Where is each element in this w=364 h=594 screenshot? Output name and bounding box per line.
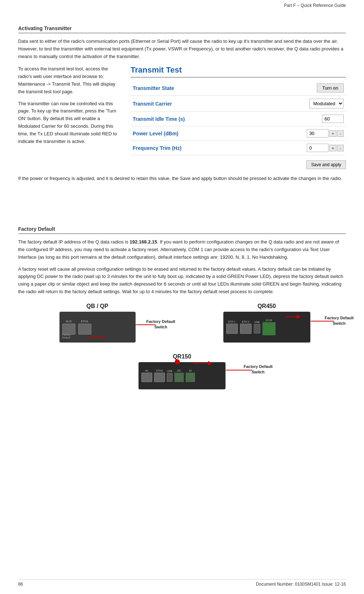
qr150-device-box: H1 ETH2 USB	[138, 362, 226, 389]
qr150-usb-group: USB	[167, 370, 173, 382]
power-level-decrement[interactable]: -	[337, 130, 344, 137]
factory-paragraph2: A factory reset will cause all previous …	[18, 266, 346, 296]
qb-eth1-group: ETH1	[78, 320, 91, 335]
qr450-device-box: ETH 1 ETH 2 USB	[223, 312, 310, 343]
device-col-qb: QB / QP AUX ETH1 Factor	[18, 303, 177, 343]
qb-aux-label: AUX	[66, 320, 71, 323]
section-factory-default: Factory Default	[18, 226, 346, 234]
qr150-h1-group: H1	[141, 369, 152, 382]
page-number: 86	[18, 582, 23, 587]
device-row-bottom: QR150 H1 ETH2 USB	[18, 353, 346, 389]
section-activating-transmitter: Activating Transmitter	[18, 25, 346, 33]
qr150-callout-arrow	[226, 367, 254, 373]
transmit-section: To access the transmit test tool, access…	[18, 65, 346, 169]
label-power-level: Power Level (dBm)	[131, 126, 249, 141]
qr150-dc-group: DC	[174, 369, 184, 382]
device-col-qr150: QR150 H1 ETH2 USB	[18, 353, 346, 389]
qb-eth1-port	[78, 324, 91, 335]
control-power-level: + -	[249, 126, 346, 141]
qb-device-box: AUX ETH1 FactoryDefault	[59, 312, 136, 343]
transmit-right-panel: Transmit Test Transmitter State Turn on …	[131, 65, 346, 169]
qr150-arrow-svg	[193, 360, 215, 366]
qb-factory-text: FactoryDefault	[62, 333, 71, 340]
qb-callout-arrow	[136, 322, 157, 328]
qr150-eth2-port	[154, 373, 165, 382]
label-frequency-trim: Frequency Trim (Hz)	[131, 141, 249, 155]
qb-eth1-label: ETH1	[81, 320, 88, 323]
device-title-qr450: QR450	[257, 303, 276, 310]
document-number: Document Number: 0100SM1401 Issue: 12-16	[256, 582, 346, 587]
qr450-terminal	[262, 322, 276, 335]
transmit-carrier-select[interactable]: Modulated	[309, 99, 344, 108]
qr150-io-group: IO	[186, 369, 195, 382]
page-footer: 86 Document Number: 0100SM1401 Issue: 12…	[18, 579, 346, 587]
qr450-arrow-svg	[285, 313, 303, 320]
table-row-transmit-carrier: Transmit Carrier Modulated	[131, 96, 346, 112]
qr150-eth2-group: ETH2	[154, 369, 165, 382]
frequency-trim-input[interactable]	[307, 144, 328, 152]
device-title-qr150: QR150	[173, 353, 191, 360]
header-title: Part F – Quick Reference Guide	[284, 3, 346, 8]
control-idle-time	[249, 112, 346, 126]
after-transmit-text: If the power or frequency is adjusted, a…	[18, 175, 346, 183]
label-transmit-carrier: Transmit Carrier	[131, 96, 249, 112]
qb-aux-group: AUX	[62, 320, 75, 335]
left-text-1: To access the transmit test tool, access…	[18, 65, 120, 95]
qr150-h1-port	[141, 373, 152, 382]
factory-paragraph1: The factory default IP address of the Q …	[18, 238, 346, 261]
qr150-usb-port	[167, 373, 173, 382]
save-apply-button[interactable]: Save and apply	[306, 160, 346, 169]
qr150-dc-port	[174, 373, 184, 382]
power-level-increment[interactable]: +	[329, 130, 336, 137]
device-row-top: QB / QP AUX ETH1 Factor	[18, 303, 346, 343]
table-row-power-level: Power Level (dBm) + -	[131, 126, 346, 141]
table-row-frequency-trim: Frequency Trim (Hz) + -	[131, 141, 346, 155]
frequency-trim-decrement[interactable]: -	[337, 145, 344, 151]
label-idle-time: Transmit Idle Time (s)	[131, 112, 249, 126]
transmit-test-table: Transmitter State Turn on Transmit Carri…	[131, 81, 346, 155]
qr450-eth1-port	[226, 324, 238, 334]
transmit-left-text: To access the transmit test tool, access…	[18, 65, 120, 169]
table-row-transmitter-state: Transmitter State Turn on	[131, 81, 346, 96]
frequency-trim-stepper: + -	[307, 144, 344, 152]
device-col-qr450: QR450 ETH 1 ETH 2 U	[187, 303, 346, 343]
qr450-callout-arrow	[310, 318, 336, 324]
idle-time-input[interactable]	[322, 115, 344, 123]
qr450-usb-port	[254, 324, 260, 333]
qb-aux-port	[62, 324, 75, 335]
device-diagrams: QB / QP AUX ETH1 Factor	[18, 303, 346, 389]
device-title-qb: QB / QP	[86, 303, 108, 310]
qb-arrow-svg	[87, 334, 108, 340]
qr150-indicator	[175, 359, 180, 364]
control-transmitter-state: Turn on	[249, 81, 346, 96]
qr450-eth2-port	[240, 324, 252, 334]
factory-default-section: Factory Default The factory default IP a…	[18, 226, 346, 389]
qr450-eth1-group: ETH 1	[226, 320, 238, 334]
intro-paragraph: Data sent to either of the radio's commu…	[18, 38, 346, 60]
transmit-test-title: Transmit Test	[131, 65, 346, 78]
qr450-terminal-group: 12-24	[262, 319, 276, 335]
control-frequency-trim: + -	[249, 141, 346, 155]
table-row-idle-time: Transmit Idle Time (s)	[131, 112, 346, 126]
power-level-input[interactable]	[307, 129, 328, 138]
factory-ip: 192.168.2.15	[130, 239, 157, 245]
qr450-usb-group: USB	[254, 321, 260, 333]
frequency-trim-increment[interactable]: +	[329, 145, 336, 151]
left-text-2: The transmitter can now be controlled vi…	[18, 100, 120, 146]
qr150-io-port	[186, 373, 195, 382]
qr450-eth2-group: ETH 2	[240, 320, 252, 334]
label-transmitter-state: Transmitter State	[131, 81, 249, 96]
page-header: Part F – Quick Reference Guide	[0, 0, 364, 9]
turn-on-button[interactable]: Turn on	[317, 83, 344, 93]
control-transmit-carrier: Modulated	[249, 96, 346, 112]
power-level-stepper: + -	[307, 129, 344, 138]
